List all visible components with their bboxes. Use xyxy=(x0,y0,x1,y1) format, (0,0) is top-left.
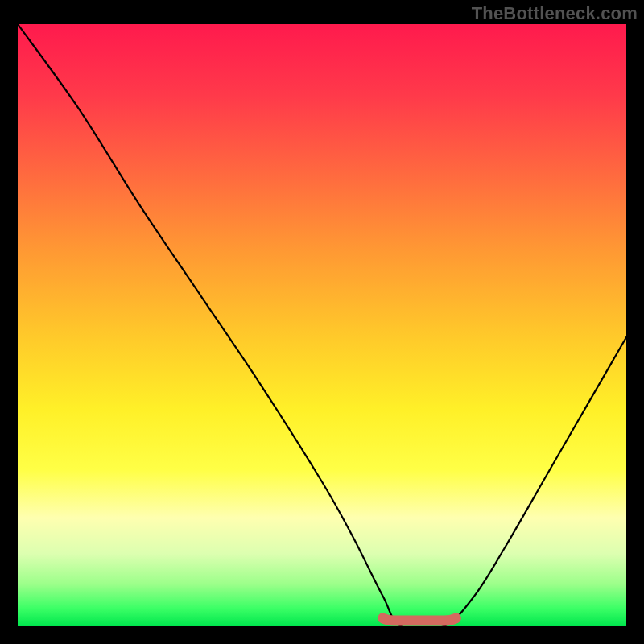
watermark-text: TheBottleneck.com xyxy=(472,3,638,24)
optimal-band xyxy=(18,24,626,626)
chart-stage: TheBottleneck.com xyxy=(0,0,644,644)
plot-area xyxy=(18,24,626,626)
